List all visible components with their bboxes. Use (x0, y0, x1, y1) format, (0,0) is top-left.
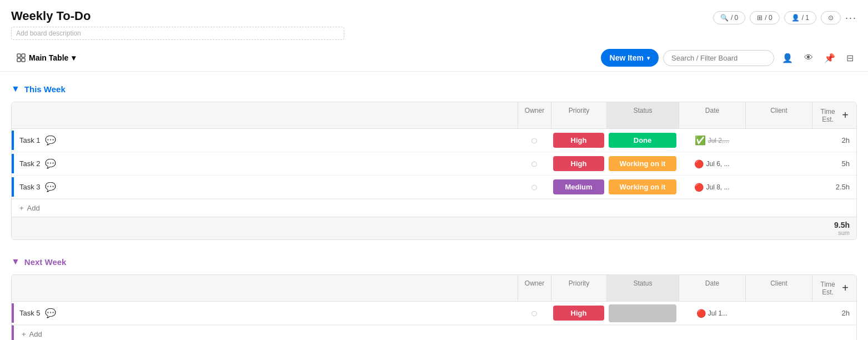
task-name-task2: Task 2 (19, 159, 41, 168)
table-row: Task 1 💬 ○ High Done ✅ Jul 2,... 2h (12, 129, 856, 152)
board-description[interactable]: Add board description (11, 27, 344, 40)
owner-cell-task2[interactable]: ○ (518, 157, 551, 171)
new-item-button[interactable]: New Item ▾ (601, 49, 659, 67)
toolbar-right: New Item ▾ 👤 👁 📌 ⊟ (601, 49, 857, 67)
date-cell-task5[interactable]: 🔴 Jul 1... (679, 307, 745, 320)
status-cell-task2[interactable]: Working on it (606, 154, 679, 173)
header-left: Weekly To-Do Add board description (11, 9, 344, 40)
add-column-button-this-week[interactable]: + (840, 107, 851, 124)
group-header-next-week: ▼ Next Week (11, 253, 857, 270)
person-icon: 👤 (791, 14, 800, 22)
group-title-this-week: This Week (24, 84, 66, 94)
add-column-button-next-week[interactable]: + (840, 279, 851, 297)
col-header-task (12, 102, 518, 128)
date-text-task2: Jul 6, ... (706, 160, 729, 168)
task-name-task5: Task 5 (19, 309, 41, 317)
add-row-this-week[interactable]: + Add (12, 199, 856, 217)
svg-rect-2 (17, 58, 21, 62)
status-cell-task3[interactable]: Working on it (606, 177, 679, 197)
this-week-table: Owner Priority Status Date Client Time E… (11, 102, 857, 240)
activity-pill[interactable]: ⊙ (821, 11, 841, 24)
group-this-week: ▼ This Week Owner Priority Status Date C… (11, 81, 857, 240)
search-count-pill[interactable]: 🔍 / 0 (713, 11, 745, 24)
chat-icon-task5[interactable]: 💬 (45, 308, 56, 318)
time-cell-task1: 2h (812, 134, 856, 147)
new-item-chevron-icon: ▾ (647, 55, 650, 61)
date-cell-task3[interactable]: 🔴 Jul 8, ... (679, 181, 745, 194)
col-header-owner-nw: Owner (518, 275, 551, 301)
page-title: Weekly To-Do (11, 9, 344, 23)
new-item-label: New Item (610, 53, 644, 62)
col-header-status-nw: Status (606, 275, 679, 301)
owner-cell-task1[interactable]: ○ (518, 133, 551, 148)
priority-cell-task2[interactable]: High (551, 154, 606, 173)
priority-cell-task5[interactable]: High (551, 303, 606, 323)
svg-rect-1 (22, 54, 25, 57)
search-icon: 🔍 (720, 14, 729, 22)
col-header-owner: Owner (518, 102, 551, 128)
main-table-button[interactable]: Main Table ▾ (11, 50, 81, 66)
col-header-date-nw: Date (679, 275, 745, 301)
owner-cell-task3[interactable]: ○ (518, 180, 551, 194)
person-filter-button[interactable]: 👤 (779, 51, 796, 66)
status-cell-task5[interactable] (606, 302, 679, 324)
date-check-icon-task1: ✅ (695, 135, 706, 146)
chat-icon-task3[interactable]: 💬 (45, 182, 56, 192)
column-headers-this-week: Owner Priority Status Date Client Time E… (12, 102, 856, 129)
content-area: ▼ This Week Owner Priority Status Date C… (0, 72, 868, 340)
person-filter-icon: 👤 (782, 53, 793, 63)
client-cell-task1[interactable] (745, 138, 812, 143)
search-count: / 0 (731, 14, 738, 22)
date-cell-task2[interactable]: 🔴 Jul 6, ... (679, 157, 745, 171)
priority-badge-task2: High (553, 156, 604, 171)
person-count: / 1 (802, 14, 809, 22)
date-cell-task1[interactable]: ✅ Jul 2,... (679, 133, 745, 148)
chat-icon-task1[interactable]: 💬 (45, 135, 56, 146)
group-count-pill[interactable]: ⊞ / 0 (750, 11, 779, 24)
svg-rect-0 (17, 54, 21, 57)
col-header-time-est: Time Est. + (812, 102, 856, 128)
client-cell-task3[interactable] (745, 185, 812, 189)
chevron-down-icon: ▾ (72, 53, 76, 62)
chat-icon-task2[interactable]: 💬 (45, 158, 56, 169)
table-row: Task 2 💬 ○ High Working on it 🔴 Jul 6, .… (12, 152, 856, 176)
eye-button[interactable]: 👁 (801, 51, 816, 65)
grid-icon (17, 53, 26, 62)
add-label-this-week: Add (27, 204, 40, 212)
group-header-this-week: ▼ This Week (11, 81, 857, 97)
search-filter-input[interactable] (663, 50, 774, 66)
add-icon-next-week: + (22, 330, 26, 338)
col-header-time-est-nw: Time Est. + (812, 275, 856, 301)
add-row-next-week[interactable]: + Add (12, 325, 856, 340)
priority-badge-task5: High (553, 306, 604, 321)
client-cell-task2[interactable] (745, 162, 812, 166)
table-row: Task 3 💬 ○ Medium Working on it 🔴 Jul 8,… (12, 176, 856, 199)
owner-cell-task5[interactable]: ○ (518, 306, 551, 321)
group-toggle-this-week[interactable]: ▼ (11, 84, 20, 94)
date-text-task3: Jul 8, ... (706, 183, 729, 191)
priority-cell-task3[interactable]: Medium (551, 177, 606, 197)
board-description-placeholder: Add board description (16, 29, 81, 37)
more-options-button[interactable]: ··· (845, 12, 857, 24)
task-name-task3: Task 3 (19, 183, 41, 191)
add-icon-this-week: + (19, 204, 24, 212)
avatar-task5: ○ (530, 306, 538, 321)
group-count: / 0 (765, 14, 772, 22)
col-header-priority: Priority (551, 102, 606, 128)
group-toggle-next-week[interactable]: ▼ (11, 257, 20, 267)
task-name-cell-task1: Task 1 💬 (12, 131, 518, 150)
time-cell-task5: 2h (812, 307, 856, 319)
status-cell-task1[interactable]: Done (606, 131, 679, 150)
priority-cell-task1[interactable]: High (551, 131, 606, 150)
main-table-label: Main Table (29, 53, 68, 62)
status-badge-task5 (609, 304, 676, 322)
person-count-pill[interactable]: 👤 / 1 (784, 11, 816, 24)
date-text-task5: Jul 1... (708, 309, 727, 317)
pin-button[interactable]: 📌 (821, 51, 839, 66)
status-badge-task1: Done (609, 133, 676, 148)
client-cell-task5[interactable] (745, 311, 812, 316)
time-cell-task3: 2.5h (812, 181, 856, 193)
toolbar-left: Main Table ▾ (11, 50, 81, 66)
filter-button[interactable]: ⊟ (843, 51, 857, 66)
group-next-week: ▼ Next Week Owner Priority Status Date C… (11, 253, 857, 340)
